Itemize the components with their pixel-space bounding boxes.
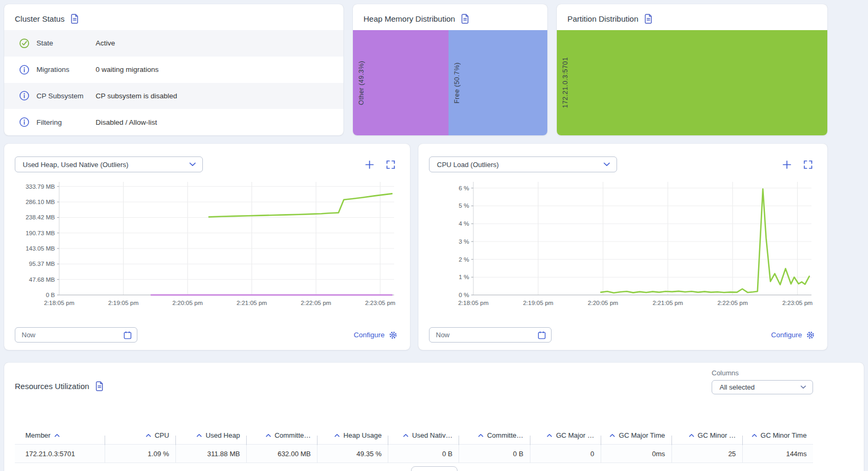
configure-label: Configure [771, 331, 802, 339]
info-circle-icon [19, 64, 30, 75]
column-label: Committe… [275, 431, 311, 439]
svg-text:333.79 MB: 333.79 MB [25, 183, 55, 190]
charts-row: Used Heap, Used Native (Outliers) 2:18:0… [0, 135, 868, 350]
cluster-row-value: Active [96, 39, 115, 47]
columns-select-value: All selected [720, 383, 754, 391]
cpu-chart-card: CPU Load (Outliers) 2:18:05 pm2:19:05 pm… [418, 144, 827, 350]
svg-text:3 %: 3 % [459, 238, 469, 245]
chevron-down-icon [189, 162, 196, 167]
column-header-committe-[interactable]: Committe… [459, 431, 529, 439]
column-label: Committe… [487, 431, 524, 439]
columns-label: Columns [712, 369, 813, 377]
configure-button[interactable]: Configure [353, 331, 397, 339]
chart-toolbar: Used Heap, Used Native (Outliers) [15, 156, 399, 172]
heap-memory-title: Heap Memory Distribution [363, 14, 455, 23]
metric-select[interactable]: Used Heap, Used Native (Outliers) [15, 156, 203, 172]
column-label: Used Nativ… [412, 431, 453, 439]
check-circle-icon [19, 38, 30, 49]
cluster-status-row: CP SubsystemCP subsystem is disabled [4, 83, 343, 109]
column-label: CPU [155, 431, 169, 439]
partition-bars: 172.21.0.3:5701 [557, 30, 827, 135]
fullscreen-icon[interactable] [804, 160, 813, 169]
configure-label: Configure [353, 331, 385, 339]
svg-text:6 %: 6 % [459, 185, 469, 191]
svg-text:2:20:05 pm: 2:20:05 pm [588, 300, 619, 306]
line-chart-svg: 2:18:05 pm2:19:05 pm2:20:05 pm2:21:05 pm… [429, 179, 817, 312]
calendar-icon [124, 331, 132, 339]
gear-icon [806, 331, 815, 339]
document-icon[interactable] [70, 14, 79, 24]
svg-text:2:22:05 pm: 2:22:05 pm [717, 300, 748, 306]
heap-segment-label: Free (50.7%) [453, 62, 461, 104]
cluster-status-row: StateActive [4, 30, 343, 57]
series-used-heap [209, 193, 392, 217]
svg-text:95.37 MB: 95.37 MB [29, 261, 55, 267]
fullscreen-icon[interactable] [386, 160, 395, 169]
svg-text:2 %: 2 % [459, 256, 469, 263]
column-header-gc-minor-time[interactable]: GC Minor Time [742, 431, 813, 439]
cluster-row-label: Filtering [36, 118, 96, 126]
svg-text:0 B: 0 B [46, 292, 55, 298]
sort-caret-icon [197, 433, 202, 437]
svg-text:238.42 MB: 238.42 MB [25, 214, 55, 220]
add-chart-icon[interactable] [365, 160, 374, 169]
svg-text:0 %: 0 % [459, 292, 469, 298]
table-cell: 632.00 MB [246, 445, 317, 463]
add-chart-icon[interactable] [782, 160, 791, 169]
chart-canvas: 2:18:05 pm2:19:05 pm2:20:05 pm2:21:05 pm… [429, 179, 817, 326]
cluster-status-row: Migrations0 waiting migrations [4, 57, 343, 83]
column-header-member[interactable]: Member [15, 431, 105, 439]
column-label: Heap Usage [343, 431, 381, 439]
document-icon[interactable] [644, 14, 653, 24]
partition-segment-label: 172.21.0.3:5701 [562, 57, 569, 108]
svg-text:4 %: 4 % [459, 220, 469, 227]
table-cell: 144ms [742, 445, 813, 463]
column-header-gc-major-[interactable]: GC Major … [530, 431, 601, 439]
table-cell: 0 B [388, 445, 459, 463]
column-header-gc-major-time[interactable]: GC Major Time [601, 431, 671, 439]
table-row: 172.21.0.3:57011.09 %311.88 MB632.00 MB4… [15, 444, 813, 463]
document-icon[interactable] [95, 381, 104, 391]
svg-text:2:18:05 pm: 2:18:05 pm [458, 300, 489, 306]
chart-actions [782, 160, 813, 169]
sort-caret-icon [478, 433, 483, 437]
sort-caret-icon [54, 433, 60, 437]
cluster-status-card: Cluster Status StateActiveMigrations0 wa… [4, 4, 343, 135]
sort-caret-icon [610, 433, 615, 437]
metric-select[interactable]: CPU Load (Outliers) [429, 156, 617, 172]
table-cell: 172.21.0.3:5701 [15, 445, 105, 463]
columns-select[interactable]: All selected [712, 380, 813, 394]
column-header-heap-usage[interactable]: Heap Usage [317, 431, 388, 439]
cluster-status-rows: StateActiveMigrations0 waiting migration… [4, 30, 343, 135]
svg-text:2:23:05 pm: 2:23:05 pm [782, 300, 813, 306]
svg-text:286.10 MB: 286.10 MB [25, 199, 55, 205]
time-input[interactable]: Now [429, 327, 552, 343]
svg-text:143.05 MB: 143.05 MB [25, 245, 55, 252]
gear-icon [389, 331, 397, 339]
column-header-used-nativ-[interactable]: Used Nativ… [388, 431, 459, 439]
configure-button[interactable]: Configure [771, 331, 815, 339]
resources-header: Resources Utilization Columns All select… [4, 369, 864, 394]
column-header-used-heap[interactable]: Used Heap [175, 431, 246, 439]
time-input[interactable]: Now [15, 327, 137, 343]
column-header-cpu[interactable]: CPU [105, 431, 175, 439]
column-header-gc-minor-[interactable]: GC Minor … [671, 431, 742, 439]
svg-text:2:18:05 pm: 2:18:05 pm [44, 300, 74, 306]
svg-text:2:22:05 pm: 2:22:05 pm [301, 300, 331, 306]
column-header-committe-[interactable]: Committe… [246, 431, 317, 439]
cluster-row-value: Disabled / Allow-list [96, 118, 157, 126]
table-cell: 49.35 % [317, 445, 388, 463]
svg-text:2:19:05 pm: 2:19:05 pm [108, 300, 139, 306]
cluster-status-title: Cluster Status [15, 14, 64, 23]
svg-text:2:23:05 pm: 2:23:05 pm [365, 300, 396, 306]
cluster-row-label: State [36, 39, 96, 47]
heap-bars: Other (49.3%)Free (50.7%) [353, 30, 547, 135]
sort-caret-icon [146, 433, 151, 437]
chart-canvas: 2:18:05 pm2:19:05 pm2:20:05 pm2:21:05 pm… [15, 179, 399, 326]
document-icon[interactable] [461, 14, 470, 24]
heap-chart-card: Used Heap, Used Native (Outliers) 2:18:0… [4, 144, 410, 350]
cluster-status-header: Cluster Status [4, 4, 343, 30]
heap-memory-card: Heap Memory Distribution Other (49.3%)Fr… [353, 4, 547, 135]
pagination-control[interactable] [411, 466, 458, 471]
calendar-icon [538, 331, 546, 339]
